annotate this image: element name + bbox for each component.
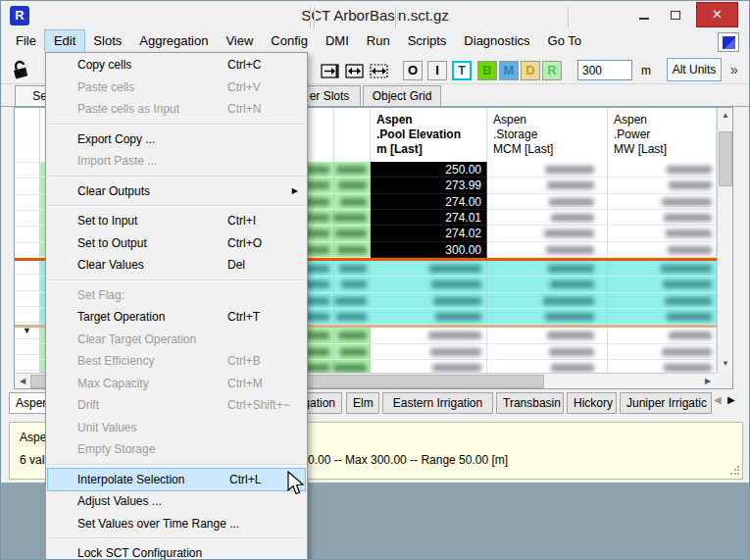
table-cell[interactable] <box>608 277 717 292</box>
menu-item-unit-values[interactable]: Unit Values <box>46 417 307 439</box>
menu-item-set-to-input[interactable]: Set to InputCtrl+I <box>46 210 307 232</box>
selected-cell[interactable]: 273.99 <box>371 178 487 193</box>
table-cell[interactable] <box>487 328 608 343</box>
menu-item-paste-cells[interactable]: Paste cellsCtrl+V <box>46 76 307 99</box>
table-cell[interactable] <box>608 344 717 360</box>
table-cell[interactable] <box>487 178 608 193</box>
menu-item-export-copy[interactable]: Export Copy ... <box>46 128 307 151</box>
table-cell[interactable] <box>371 293 487 309</box>
table-cell[interactable] <box>371 261 487 277</box>
table-cell[interactable] <box>487 360 608 373</box>
menu-item-lock-sct-configuration[interactable]: Lock SCT Configuration <box>46 542 307 560</box>
selected-cell[interactable]: 300.00 <box>371 242 487 258</box>
menu-run[interactable]: Run <box>358 30 399 52</box>
tabs-scroll-left-icon[interactable]: ◀ <box>714 394 722 405</box>
menu-item-set-flag[interactable]: Set Flag: <box>46 284 307 307</box>
table-cell[interactable] <box>371 309 487 325</box>
table-cell[interactable] <box>487 344 608 360</box>
selected-cell[interactable]: 250.00 <box>371 162 487 178</box>
table-cell[interactable] <box>608 178 717 193</box>
riverware-logo-button[interactable] <box>718 32 739 52</box>
menu-view[interactable]: View <box>217 30 262 52</box>
table-cell[interactable] <box>487 226 608 241</box>
menu-item-clear-outputs[interactable]: Clear Outputs▶ <box>46 180 307 203</box>
menu-item-adjust-values[interactable]: Adjust Values ... <box>46 490 307 513</box>
table-cell[interactable] <box>487 194 608 210</box>
object-tab-eastern-irrigation[interactable]: Eastern Irrigation <box>382 392 493 414</box>
minimize-button[interactable] <box>629 2 659 27</box>
alt-units-button[interactable]: Alt Units <box>667 58 722 81</box>
flag-button-m[interactable]: M <box>499 61 519 80</box>
tab-object-grid[interactable]: Object Grid <box>363 85 441 107</box>
table-cell[interactable] <box>371 277 487 292</box>
menu-item-clear-values[interactable]: Clear ValuesDel <box>46 254 307 277</box>
column-header-aspen-pool-elevation-m-last[interactable]: Aspen.Pool Elevationm [Last] <box>371 108 487 162</box>
selected-cell[interactable]: 274.01 <box>371 210 487 226</box>
menu-item-set-to-output[interactable]: Set to OutputCtrl+O <box>46 232 307 255</box>
table-cell[interactable] <box>608 194 717 210</box>
table-cell[interactable] <box>608 328 717 343</box>
flag-button-o[interactable]: O <box>403 61 423 80</box>
menu-item-max-capacity[interactable]: Max CapacityCtrl+M <box>46 373 307 395</box>
tabs-scroll-right-icon[interactable]: ▶ <box>727 394 735 405</box>
object-tab-hickory[interactable]: Hickory <box>567 392 617 414</box>
table-cell[interactable] <box>334 242 371 258</box>
menu-item-set-values-over-time-range[interactable]: Set Values over Time Range ... <box>46 513 307 535</box>
table-cell[interactable] <box>371 344 487 360</box>
menu-item-paste-cells-as-input[interactable]: Paste cells as InputCtrl+N <box>46 98 307 121</box>
vertical-scroll-thumb[interactable] <box>719 131 732 186</box>
table-cell[interactable] <box>334 162 371 178</box>
object-tab-transbasin[interactable]: Transbasin <box>496 392 564 414</box>
value-input[interactable] <box>577 60 632 80</box>
menu-item-empty-storage[interactable]: Empty Storage <box>46 438 307 461</box>
flag-button-d[interactable]: D <box>521 61 540 80</box>
column-header-aspen-power-mw-last[interactable]: Aspen.PowerMW [Last] <box>608 108 717 162</box>
table-cell[interactable] <box>487 261 608 277</box>
maximize-button[interactable] <box>661 2 690 27</box>
menu-item-copy-cells[interactable]: Copy cellsCtrl+C <box>46 54 307 76</box>
table-cell[interactable] <box>334 261 371 277</box>
table-cell[interactable] <box>334 178 371 193</box>
menu-dmi[interactable]: DMI <box>317 30 358 52</box>
vertical-scrollbar[interactable]: ▲ ▼ <box>717 108 732 373</box>
table-cell[interactable] <box>608 242 717 258</box>
table-cell[interactable] <box>608 261 717 277</box>
menu-edit[interactable]: Edit <box>45 30 84 52</box>
fit-all-columns-button[interactable] <box>369 61 389 81</box>
menu-item-target-operation[interactable]: Target OperationCtrl+T <box>46 306 307 329</box>
menu-item-interpolate-selection[interactable]: Interpolate SelectionCtrl+L <box>48 469 305 491</box>
table-cell[interactable] <box>487 277 608 292</box>
menu-file[interactable]: File <box>7 30 45 52</box>
menu-config[interactable]: Config <box>262 30 317 52</box>
menu-item-drift[interactable]: DriftCtrl+Shift+~ <box>46 394 307 417</box>
fit-column-width-button[interactable] <box>344 61 365 81</box>
table-cell[interactable] <box>487 210 608 226</box>
table-cell[interactable] <box>608 360 717 373</box>
selected-cell[interactable]: 274.00 <box>371 194 487 210</box>
object-tab-elm[interactable]: Elm <box>346 392 379 414</box>
table-cell[interactable] <box>334 328 371 343</box>
flag-button-r[interactable]: R <box>542 61 562 80</box>
table-cell[interactable] <box>608 293 717 309</box>
table-cell[interactable] <box>371 328 487 343</box>
table-cell[interactable] <box>608 226 717 241</box>
menu-slots[interactable]: Slots <box>84 30 130 52</box>
scroll-up-icon[interactable]: ▲ <box>718 108 733 124</box>
table-cell[interactable] <box>487 293 608 309</box>
flag-button-b[interactable]: B <box>477 61 497 80</box>
menu-go-to[interactable]: Go To <box>539 30 590 52</box>
object-tab-juniper-irrigatic[interactable]: Juniper Irrigatic <box>620 392 712 414</box>
menu-item-best-efficiency[interactable]: Best EfficiencyCtrl+B <box>46 350 307 373</box>
close-button[interactable]: ✕ <box>696 2 738 27</box>
table-cell[interactable] <box>487 242 608 258</box>
table-cell[interactable] <box>334 360 371 373</box>
flag-button-i[interactable]: I <box>427 61 447 80</box>
resize-grip-icon[interactable] <box>729 466 739 476</box>
flag-button-t[interactable]: T <box>452 61 472 80</box>
table-cell[interactable] <box>608 309 717 325</box>
row-expander-icon[interactable]: ▼ <box>23 326 31 335</box>
table-cell[interactable] <box>487 309 608 325</box>
selected-cell[interactable]: 274.02 <box>371 226 487 241</box>
column-header-aspen-storage-mcm-last[interactable]: Aspen.StorageMCM [Last] <box>487 108 608 162</box>
table-cell[interactable] <box>334 210 371 226</box>
